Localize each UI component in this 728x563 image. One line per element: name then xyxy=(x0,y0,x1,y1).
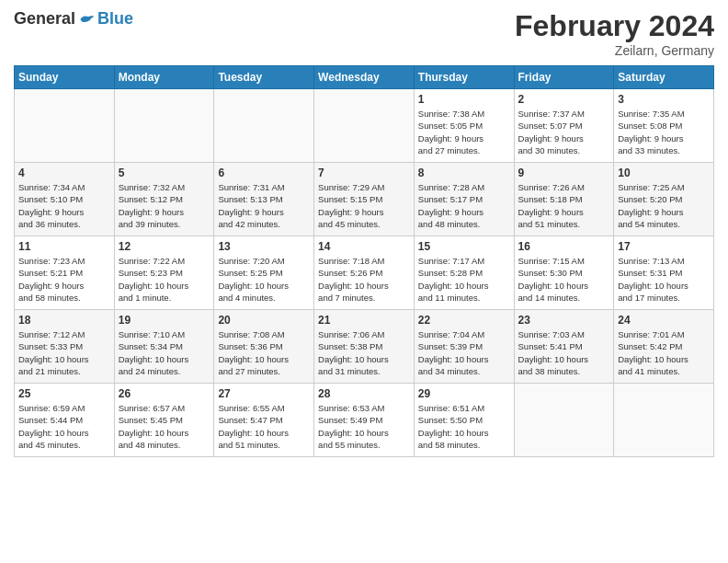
day-number: 18 xyxy=(18,314,110,327)
day-number: 16 xyxy=(518,240,610,253)
calendar-cell: 8Sunrise: 7:28 AM Sunset: 5:17 PM Daylig… xyxy=(414,163,514,236)
day-number: 10 xyxy=(618,167,710,179)
col-header-friday: Friday xyxy=(514,66,614,89)
day-info: Sunrise: 7:29 AM Sunset: 5:15 PM Dayligh… xyxy=(318,181,410,230)
calendar-cell: 26Sunrise: 6:57 AM Sunset: 5:45 PM Dayli… xyxy=(114,384,214,457)
calendar-cell: 12Sunrise: 7:22 AM Sunset: 5:23 PM Dayli… xyxy=(114,236,214,310)
logo-general-text: General xyxy=(14,9,75,29)
day-info: Sunrise: 7:25 AM Sunset: 5:20 PM Dayligh… xyxy=(618,181,710,230)
day-number: 3 xyxy=(618,93,710,106)
calendar-cell xyxy=(314,89,415,163)
day-number: 27 xyxy=(218,387,310,400)
logo-blue-text: Blue xyxy=(97,9,133,29)
calendar-header-row: SundayMondayTuesdayWednesdayThursdayFrid… xyxy=(15,66,714,89)
day-number: 25 xyxy=(18,387,110,400)
day-info: Sunrise: 7:15 AM Sunset: 5:30 PM Dayligh… xyxy=(518,255,610,304)
day-info: Sunrise: 7:23 AM Sunset: 5:21 PM Dayligh… xyxy=(18,255,110,304)
day-info: Sunrise: 7:18 AM Sunset: 5:26 PM Dayligh… xyxy=(318,255,410,304)
day-info: Sunrise: 7:35 AM Sunset: 5:08 PM Dayligh… xyxy=(618,108,710,156)
calendar-table: SundayMondayTuesdayWednesdayThursdayFrid… xyxy=(14,65,714,457)
calendar-row-4: 25Sunrise: 6:59 AM Sunset: 5:44 PM Dayli… xyxy=(15,384,714,457)
calendar-cell: 7Sunrise: 7:29 AM Sunset: 5:15 PM Daylig… xyxy=(314,163,415,236)
calendar-title: February 2024 xyxy=(515,9,714,43)
calendar-cell: 20Sunrise: 7:08 AM Sunset: 5:36 PM Dayli… xyxy=(214,310,314,384)
calendar-body: 1Sunrise: 7:38 AM Sunset: 5:05 PM Daylig… xyxy=(15,89,714,457)
day-info: Sunrise: 6:57 AM Sunset: 5:45 PM Dayligh… xyxy=(119,402,210,451)
day-number: 15 xyxy=(418,240,510,253)
day-number: 7 xyxy=(318,167,410,179)
day-number: 20 xyxy=(218,314,310,327)
day-info: Sunrise: 7:04 AM Sunset: 5:39 PM Dayligh… xyxy=(418,328,510,377)
day-info: Sunrise: 7:12 AM Sunset: 5:33 PM Dayligh… xyxy=(18,328,110,377)
calendar-cell: 25Sunrise: 6:59 AM Sunset: 5:44 PM Dayli… xyxy=(15,384,115,457)
day-number: 26 xyxy=(119,387,210,400)
title-section: February 2024 Zeilarn, Germany xyxy=(515,9,714,58)
day-info: Sunrise: 7:37 AM Sunset: 5:07 PM Dayligh… xyxy=(518,108,610,156)
calendar-cell: 22Sunrise: 7:04 AM Sunset: 5:39 PM Dayli… xyxy=(414,310,514,384)
calendar-cell xyxy=(214,89,314,163)
calendar-cell: 6Sunrise: 7:31 AM Sunset: 5:13 PM Daylig… xyxy=(214,163,314,236)
calendar-cell: 5Sunrise: 7:32 AM Sunset: 5:12 PM Daylig… xyxy=(114,163,214,236)
col-header-wednesday: Wednesday xyxy=(314,66,415,89)
calendar-row-1: 4Sunrise: 7:34 AM Sunset: 5:10 PM Daylig… xyxy=(15,163,714,236)
calendar-cell xyxy=(614,384,714,457)
day-number: 13 xyxy=(218,240,310,253)
calendar-cell: 2Sunrise: 7:37 AM Sunset: 5:07 PM Daylig… xyxy=(514,89,614,163)
day-number: 8 xyxy=(418,167,510,179)
day-number: 23 xyxy=(518,314,610,327)
calendar-cell: 9Sunrise: 7:26 AM Sunset: 5:18 PM Daylig… xyxy=(514,163,614,236)
page-header: General Blue February 2024 Zeilarn, Germ… xyxy=(14,9,714,58)
day-info: Sunrise: 7:17 AM Sunset: 5:28 PM Dayligh… xyxy=(418,255,510,304)
calendar-cell: 19Sunrise: 7:10 AM Sunset: 5:34 PM Dayli… xyxy=(114,310,214,384)
calendar-cell: 3Sunrise: 7:35 AM Sunset: 5:08 PM Daylig… xyxy=(614,89,714,163)
calendar-cell: 17Sunrise: 7:13 AM Sunset: 5:31 PM Dayli… xyxy=(614,236,714,310)
day-info: Sunrise: 7:31 AM Sunset: 5:13 PM Dayligh… xyxy=(218,181,310,230)
day-number: 9 xyxy=(518,167,610,179)
day-number: 17 xyxy=(618,240,710,253)
day-info: Sunrise: 7:13 AM Sunset: 5:31 PM Dayligh… xyxy=(618,255,710,304)
logo: General Blue xyxy=(14,9,133,29)
day-info: Sunrise: 7:20 AM Sunset: 5:25 PM Dayligh… xyxy=(218,255,310,304)
logo-bird-icon xyxy=(77,12,96,27)
day-number: 5 xyxy=(119,167,210,179)
day-info: Sunrise: 6:53 AM Sunset: 5:49 PM Dayligh… xyxy=(318,402,410,451)
day-info: Sunrise: 7:22 AM Sunset: 5:23 PM Dayligh… xyxy=(119,255,210,304)
day-number: 24 xyxy=(618,314,710,327)
day-number: 19 xyxy=(119,314,210,327)
day-info: Sunrise: 6:59 AM Sunset: 5:44 PM Dayligh… xyxy=(18,402,110,451)
day-number: 4 xyxy=(18,167,110,179)
day-info: Sunrise: 7:08 AM Sunset: 5:36 PM Dayligh… xyxy=(218,328,310,377)
day-info: Sunrise: 7:34 AM Sunset: 5:10 PM Dayligh… xyxy=(18,181,110,230)
day-number: 14 xyxy=(318,240,410,253)
day-info: Sunrise: 6:55 AM Sunset: 5:47 PM Dayligh… xyxy=(218,402,310,451)
calendar-cell: 10Sunrise: 7:25 AM Sunset: 5:20 PM Dayli… xyxy=(614,163,714,236)
day-info: Sunrise: 7:32 AM Sunset: 5:12 PM Dayligh… xyxy=(119,181,210,230)
col-header-tuesday: Tuesday xyxy=(214,66,314,89)
day-number: 6 xyxy=(218,167,310,179)
calendar-cell: 14Sunrise: 7:18 AM Sunset: 5:26 PM Dayli… xyxy=(314,236,415,310)
day-number: 11 xyxy=(18,240,110,253)
day-info: Sunrise: 7:03 AM Sunset: 5:41 PM Dayligh… xyxy=(518,328,610,377)
day-info: Sunrise: 7:06 AM Sunset: 5:38 PM Dayligh… xyxy=(318,328,410,377)
calendar-subtitle: Zeilarn, Germany xyxy=(515,43,714,58)
day-number: 28 xyxy=(318,387,410,400)
day-info: Sunrise: 7:01 AM Sunset: 5:42 PM Dayligh… xyxy=(618,328,710,377)
calendar-cell xyxy=(114,89,214,163)
calendar-cell: 16Sunrise: 7:15 AM Sunset: 5:30 PM Dayli… xyxy=(514,236,614,310)
col-header-thursday: Thursday xyxy=(414,66,514,89)
calendar-cell: 11Sunrise: 7:23 AM Sunset: 5:21 PM Dayli… xyxy=(15,236,115,310)
day-info: Sunrise: 7:10 AM Sunset: 5:34 PM Dayligh… xyxy=(119,328,210,377)
calendar-row-2: 11Sunrise: 7:23 AM Sunset: 5:21 PM Dayli… xyxy=(15,236,714,310)
day-info: Sunrise: 7:28 AM Sunset: 5:17 PM Dayligh… xyxy=(418,181,510,230)
calendar-cell: 23Sunrise: 7:03 AM Sunset: 5:41 PM Dayli… xyxy=(514,310,614,384)
calendar-cell xyxy=(514,384,614,457)
calendar-cell: 1Sunrise: 7:38 AM Sunset: 5:05 PM Daylig… xyxy=(414,89,514,163)
calendar-cell: 29Sunrise: 6:51 AM Sunset: 5:50 PM Dayli… xyxy=(414,384,514,457)
calendar-cell: 27Sunrise: 6:55 AM Sunset: 5:47 PM Dayli… xyxy=(214,384,314,457)
day-number: 1 xyxy=(418,93,510,106)
calendar-cell: 24Sunrise: 7:01 AM Sunset: 5:42 PM Dayli… xyxy=(614,310,714,384)
calendar-cell: 15Sunrise: 7:17 AM Sunset: 5:28 PM Dayli… xyxy=(414,236,514,310)
col-header-sunday: Sunday xyxy=(15,66,115,89)
day-info: Sunrise: 7:38 AM Sunset: 5:05 PM Dayligh… xyxy=(418,108,510,156)
calendar-cell: 28Sunrise: 6:53 AM Sunset: 5:49 PM Dayli… xyxy=(314,384,415,457)
